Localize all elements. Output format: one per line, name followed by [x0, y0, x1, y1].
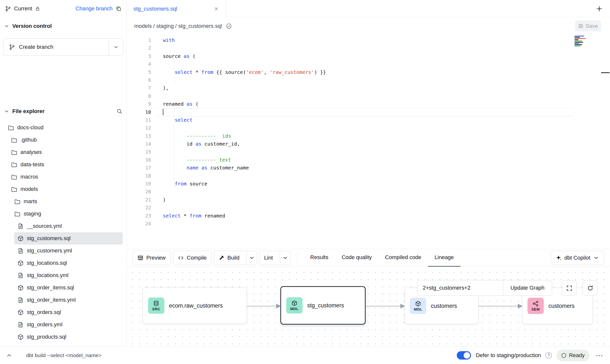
compile-button[interactable]: Compile [173, 251, 212, 265]
fullscreen-button[interactable] [562, 281, 577, 296]
dbt-ide-window: Current Change branch Version control Cr… [0, 0, 610, 364]
scrollbar-thumb[interactable] [601, 72, 610, 73]
tree-item-marts[interactable]: marts [0, 195, 126, 208]
copy-icon[interactable] [116, 6, 121, 12]
tab-stg-customers-sql[interactable]: stg_customers.sql [127, 0, 226, 17]
tree-item-stg_locations.sql[interactable]: stg_locations.sql [0, 257, 126, 269]
file-explorer-section-header[interactable]: File explorer [4, 106, 122, 117]
tree-item-label: .github [20, 137, 37, 143]
minimap-line [575, 39, 578, 40]
lint-dropdown-button[interactable] [280, 251, 290, 265]
node-label: ecom.raw_customers [169, 302, 223, 309]
tab-lineage[interactable]: Lineage [428, 249, 460, 267]
lineage-controls: Update Graph [417, 280, 552, 296]
folder-icon [11, 174, 17, 180]
change-branch-link[interactable]: Change branch [76, 5, 113, 12]
ide-status-badge[interactable]: Ready [557, 350, 590, 361]
file-icon [17, 272, 24, 279]
folder-icon [11, 149, 17, 155]
tree-item-stg_orders.yml[interactable]: stg_orders.yml [0, 318, 126, 331]
lineage-selector-input[interactable] [417, 280, 503, 296]
model-icon [17, 260, 24, 266]
build-dropdown-button[interactable] [247, 251, 257, 265]
create-branch-button[interactable]: Create branch [3, 38, 123, 56]
editor-tabstrip: stg_customers.sql [127, 0, 610, 17]
lineage-node-source[interactable]: SRC ecom.raw_customers [143, 287, 247, 324]
tree-item-.github[interactable]: .github [0, 134, 126, 146]
tree-item-stg_products.sql[interactable]: stg_products.sql [0, 331, 126, 343]
folder-icon [11, 137, 17, 143]
version-control-section-header[interactable]: Version control [4, 21, 122, 32]
create-branch-dropdown-button[interactable] [109, 39, 123, 55]
refresh-button[interactable] [583, 281, 598, 296]
tree-item-data-tests[interactable]: data-tests [0, 158, 126, 171]
model-node-icon: MDL [286, 297, 303, 314]
lock-icon [35, 6, 40, 11]
lint-button-group: Lint [260, 251, 290, 265]
editor-code[interactable]: withsource as ( select * from {{ source(… [163, 36, 571, 228]
search-icon[interactable] [117, 108, 122, 114]
tree-item-stg_customers.sql[interactable]: stg_customers.sql [14, 232, 123, 245]
close-icon[interactable] [214, 6, 219, 11]
tree-item-label: analyses [20, 149, 42, 155]
defer-toggle[interactable] [457, 351, 471, 360]
model-icon [17, 285, 24, 291]
tree-item-docs-cloud[interactable]: docs-cloud [0, 121, 126, 134]
current-branch-label: Current [14, 5, 32, 12]
update-graph-button[interactable]: Update Graph [503, 280, 552, 296]
tree-item-label: stg_customers.sql [27, 235, 70, 242]
file-icon [17, 223, 24, 229]
git-branch-icon [5, 6, 11, 12]
help-icon[interactable]: ? [545, 352, 552, 359]
tab-code-quality[interactable]: Code quality [335, 249, 378, 267]
build-button[interactable]: Build [214, 251, 244, 265]
semantic-node-icon: SEM [527, 298, 544, 314]
folder-icon [14, 211, 20, 217]
tree-item-stg_order_items.sql[interactable]: stg_order_items.sql [0, 281, 126, 294]
tree-item-staging[interactable]: staging [0, 208, 126, 220]
tree-item-stg_customers.yml[interactable]: stg_customers.yml [0, 245, 126, 257]
minimap-line [575, 42, 583, 43]
more-options-button[interactable]: ⋯ [594, 352, 605, 359]
database-icon [153, 300, 159, 306]
tree-item-stg_locations.yml[interactable]: stg_locations.yml [0, 269, 126, 281]
tab-compiled-code[interactable]: Compiled code [378, 249, 428, 267]
tab-results[interactable]: Results [304, 249, 335, 267]
semantic-icon [533, 301, 539, 307]
minimap-line [575, 36, 584, 36]
text-cursor [163, 109, 163, 115]
file-icon [17, 322, 24, 328]
save-button[interactable]: Save [575, 20, 601, 32]
tree-item-models[interactable]: models [0, 183, 126, 195]
chevron-up-icon[interactable] [6, 352, 12, 359]
ready-label: Ready [569, 352, 585, 359]
tree-item-label: stg_orders.sql [27, 309, 61, 315]
tree-item-analyses[interactable]: analyses [0, 146, 126, 158]
dbt-copilot-button[interactable]: dbt Copilot [551, 251, 604, 265]
file-tree: docs-cloud.githubanalysesdata-testsmacro… [0, 120, 126, 347]
code-editor[interactable]: 123456789101112131415161718192021222324 … [127, 35, 610, 249]
tree-item-stg_order_items.yml[interactable]: stg_order_items.yml [0, 294, 126, 306]
lineage-panel[interactable]: SRC ecom.raw_customers MDL stg_customers… [127, 267, 610, 347]
folder-icon [11, 162, 17, 168]
tree-item-__sources.yml[interactable]: __sources.yml [0, 220, 126, 232]
node-badge: SRC [152, 307, 160, 311]
tree-item-stg_orders.sql[interactable]: stg_orders.sql [0, 306, 126, 318]
source-node-icon: SRC [148, 298, 164, 314]
preview-button[interactable]: Preview [133, 251, 170, 265]
file-state-icon [226, 23, 232, 29]
breadcrumb: models / staging / stg_customers.sql [134, 23, 222, 29]
file-explorer-title: File explorer [12, 108, 45, 115]
lint-button[interactable]: Lint [260, 251, 277, 265]
editor-gutter: 123456789101112131415161718192021222324 [127, 36, 151, 228]
editor-minimap[interactable] [575, 36, 588, 49]
status-bar-right: Defer to staging/production ? Ready ⋯ [457, 350, 605, 361]
result-panel-tabs: Results Code quality Compiled code Linea… [304, 249, 460, 267]
new-tab-button[interactable] [596, 5, 603, 12]
node-label: customers [548, 303, 575, 309]
tree-item-label: stg_locations.yml [27, 272, 68, 279]
lineage-node-stg-customers[interactable]: MDL stg_customers [280, 286, 366, 325]
folder-icon [8, 125, 14, 131]
tree-item-macros[interactable]: macros [0, 171, 126, 183]
folder-icon [14, 199, 20, 205]
